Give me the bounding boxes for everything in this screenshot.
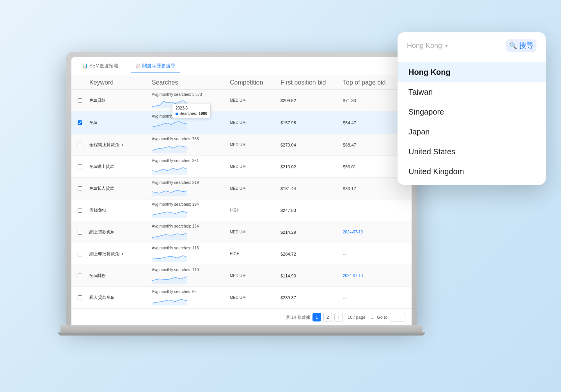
tab-keyword-label: 關鍵字歷史搜尋 [142, 63, 175, 69]
laptop: 📊 SEM數據預測 📈 關鍵字歷史搜尋 Keyword Searches Com… [66, 52, 417, 335]
table-row: 借錢免tu Avg monthly searches: 194 HIGH $24… [71, 200, 412, 221]
tooltip-searches-label: Searches: [179, 111, 197, 116]
table-row: 免tu Avg monthly searches: 2,640 2023-6 S… [71, 111, 412, 134]
col-keyword: Keyword [89, 79, 152, 86]
searches-cell: Avg monthly searches: 351 [152, 159, 230, 175]
chart-icon: 📊 [82, 64, 88, 69]
competition-cell: MEDIUM [230, 120, 280, 125]
topbid-cell: $54.47 [343, 120, 398, 125]
dropdown-item-taiwan[interactable]: Taiwan [398, 82, 546, 102]
searches-cell: Avg monthly searches: 66 [152, 290, 230, 305]
table-row: 免tu貸款 Avg monthly searches: 3,573 MEDIUM… [71, 90, 412, 111]
row-checkbox[interactable] [78, 98, 89, 103]
laptop-bottom [58, 332, 425, 335]
firstbid-cell: $209.52 [280, 98, 343, 103]
page-2-button[interactable]: 2 [323, 313, 332, 321]
keyword-cell: 免tu網上貸款 [89, 164, 152, 170]
keyword-cell: 免tu財務 [89, 273, 152, 279]
table-header: Keyword Searches Competition First posit… [71, 76, 412, 90]
tab-keyword[interactable]: 📈 關鍵字歷史搜尋 [131, 60, 180, 72]
firstbid-cell: $157.98 [280, 120, 343, 125]
searches-cell: Avg monthly searches: 219 [152, 180, 230, 196]
col-searches: Searches [152, 79, 230, 86]
svg-marker-2 [152, 146, 187, 153]
dropdown-item-japan[interactable]: Japan [398, 122, 546, 142]
col-check [78, 79, 89, 86]
table-row: 網上即批貸款免tu Avg monthly searches: 118 HIGH… [71, 243, 412, 265]
line-icon: 📈 [135, 64, 141, 69]
table-row: 私人貸款免tu Avg monthly searches: 66 MEDIUM … [71, 287, 412, 309]
table-row: 免tu財務 Avg monthly searches: 110 MEDIUM $… [71, 265, 412, 287]
laptop-base [60, 325, 423, 332]
chart-tooltip: 2023-6 Searches: 1900 [172, 104, 211, 118]
svg-marker-9 [152, 299, 187, 305]
searches-cell: Avg monthly searches: 2,640 2023-6 Searc… [152, 114, 230, 131]
per-page-label: 10 / page [348, 315, 366, 320]
laptop-screen-outer: 📊 SEM數據預測 📈 關鍵字歷史搜尋 Keyword Searches Com… [66, 52, 417, 325]
keyword-cell: 私人貸款免tu [89, 295, 152, 300]
pagination: 共 14 條數據 1 2 › 10 / page ... Go to [71, 309, 412, 325]
searches-cell: Avg monthly searches: 110 [152, 268, 230, 284]
tooltip-dot [176, 113, 178, 115]
table-row: 全程網上貸款免tu Avg monthly searches: 768 MEDI… [71, 134, 412, 156]
tab-sem-label: SEM數據預測 [89, 63, 118, 69]
keyword-cell: 免tu私人貸款 [89, 185, 152, 191]
table-row: 免tu網上貸款 Avg monthly searches: 351 MEDIUM… [71, 156, 412, 178]
svg-marker-8 [152, 277, 187, 284]
searches-cell: Avg monthly searches: 768 [152, 137, 230, 153]
scene: 📊 SEM數據預測 📈 關鍵字歷史搜尋 Keyword Searches Com… [46, 21, 515, 371]
table-row: 免tu私人貸款 Avg monthly searches: 219 MEDIUM… [71, 178, 412, 200]
goto-label: Go to [377, 315, 387, 320]
dropdown-selected-value[interactable]: Hong Kong ▾ [407, 42, 448, 50]
col-competition: Competition [230, 79, 280, 86]
col-topbid: Top of page bid [343, 79, 398, 86]
page-1-button[interactable]: 1 [312, 313, 321, 321]
tooltip-searches-value: 1900 [199, 111, 207, 116]
app-header: 📊 SEM數據預測 📈 關鍵字歷史搜尋 [71, 57, 412, 76]
next-page-button[interactable]: › [334, 313, 343, 321]
total-count: 共 14 條數據 [286, 314, 310, 320]
dropdown-selected-label: Hong Kong [407, 42, 442, 50]
dropdown-header: Hong Kong ▾ 🔍 搜尋 [398, 32, 546, 59]
chevron-down-icon: ▾ [445, 42, 448, 49]
competition-cell: MEDIUM [230, 98, 280, 102]
keyword-cell: 網上即批貸款免tu [89, 251, 152, 257]
svg-marker-3 [152, 168, 187, 175]
dropdown-item-uk[interactable]: United Kingdom [398, 162, 546, 182]
keyword-cell: 借錢免tu [89, 207, 152, 213]
searches-cell: Avg monthly searches: 134 [152, 224, 230, 240]
dropdown-list: Hong Kong Taiwan Singapore Japan United … [398, 59, 546, 185]
table-row: 網上貸款免tu Avg monthly searches: 134 MEDIUM… [71, 221, 412, 243]
search-icon: 🔍 [509, 42, 517, 49]
dropdown-item-singapore[interactable]: Singapore [398, 102, 546, 122]
goto-input[interactable] [390, 313, 405, 321]
topbid-cell: $71.33 [343, 98, 398, 103]
col-firstbid: First position bid [280, 79, 343, 86]
dropdown-search-button[interactable]: 🔍 搜尋 [506, 39, 536, 52]
laptop-screen: 📊 SEM數據預測 📈 關鍵字歷史搜尋 Keyword Searches Com… [71, 57, 412, 325]
tab-sem[interactable]: 📊 SEM數據預測 [78, 60, 123, 72]
keyword-cell: 免tu [89, 120, 152, 125]
dropdown-item-hongkong[interactable]: Hong Kong [398, 62, 546, 82]
dropdown-search-label: 搜尋 [519, 41, 533, 50]
dropdown-panel: Hong Kong ▾ 🔍 搜尋 Hong Kong Taiwan Singap… [398, 32, 546, 185]
keyword-cell: 免tu貸款 [89, 97, 152, 103]
searches-cell: Avg monthly searches: 194 [152, 202, 230, 218]
keyword-cell: 網上貸款免tu [89, 229, 152, 235]
searches-cell: Avg monthly searches: 118 [152, 246, 230, 262]
keyword-cell: 全程網上貸款免tu [89, 142, 152, 148]
dropdown-item-us[interactable]: United States [398, 142, 546, 162]
tooltip-date: 2023-6 [176, 106, 207, 110]
row-checkbox[interactable] [78, 120, 89, 125]
